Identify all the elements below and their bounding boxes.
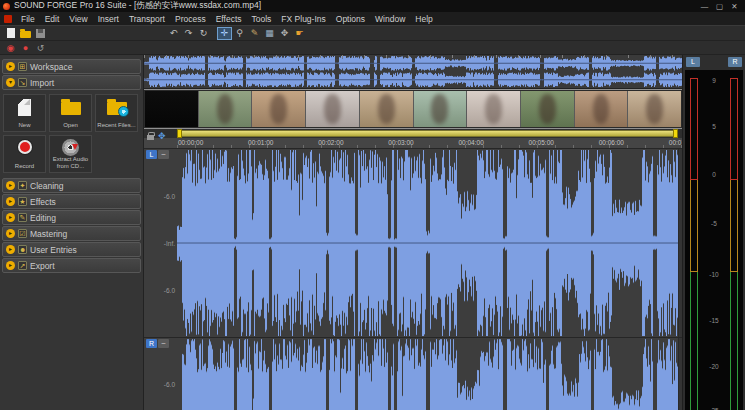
sidebar-section-import[interactable]: ▾ ↘ Import [2,75,141,90]
section-icon: ★ [18,197,27,206]
record-options-button[interactable]: ◉ [3,41,18,54]
waveform-left-canvas[interactable] [177,149,678,337]
import-new-button[interactable]: New [3,94,46,132]
meter-scale-label: -5 [685,219,743,226]
menu-item[interactable]: Edit [40,14,65,24]
tile-label: Record [14,163,35,170]
close-button[interactable]: ✕ [727,2,742,11]
waveform-channels: L – -6.0 -Inf. -6.0 R – [144,149,682,410]
section-icon: ↘ [18,78,27,87]
meter-scale-label: 5 [685,122,743,129]
sidebar-section-user-entries[interactable]: ▸ ☻ User Entries [2,242,141,257]
menu-item[interactable]: View [64,14,92,24]
waveform-right-canvas[interactable] [177,338,678,410]
channel-right-button[interactable]: R [146,339,157,348]
video-frame-thumbnail [628,91,681,127]
sidebar-section-export[interactable]: ▸ ↗ Export [2,258,141,273]
record-button[interactable]: ● [18,41,33,54]
meter-scale-label: 9 [685,76,743,83]
tile-icon [107,102,127,115]
new-file-button[interactable] [3,27,18,40]
sidebar-section-workspace[interactable]: ▸ ⊞ Workspace [2,59,141,74]
loop-region[interactable] [177,130,678,137]
channel-right: R – -6.0 -Inf. -6.0 [144,338,682,410]
save-button[interactable] [33,27,48,40]
overview-bar[interactable] [144,55,682,89]
import-actions-grid: New Open Recent Files... Record [0,91,143,177]
section-icon: ✦ [18,181,27,190]
meter-display: 950-5-10-15-20-25-30-35-40-50-70 LR [685,70,743,410]
channel-meters-panel: LR 950-5-10-15-20-25-30-35-40-50-70 LR [682,55,745,410]
channel-right-minimize-button[interactable]: – [158,339,169,348]
toolbar-icon [36,29,45,38]
menu-item[interactable]: FX Plug-Ins [276,14,330,24]
import-record-button[interactable]: Record [3,135,46,173]
channel-left-minimize-button[interactable]: – [158,150,169,159]
repeat-button[interactable]: ↻ [196,27,211,40]
window-controls: —▢✕ [697,2,742,11]
loop-start-handle[interactable] [177,129,182,138]
meter-scale-label: -20 [685,362,743,369]
time-ruler-label: 00:07:00 [669,139,682,146]
envelope-tool-button[interactable]: ▦ [262,27,277,40]
import-open-button[interactable]: Open [49,94,92,132]
loop-region-bar: ✥ [144,129,682,138]
magnify-tool-button[interactable]: ⚲ [232,27,247,40]
time-ruler-labels[interactable]: 00:00:0000:01:0000:02:0000:03:0000:04:00… [177,138,682,148]
maximize-button[interactable]: ▢ [712,2,727,11]
sidebar-section-cleaning[interactable]: ▸ ✦ Cleaning [2,178,141,193]
tile-label: New [17,122,31,129]
edit-tool-button[interactable]: ✛ [217,27,232,40]
time-ruler[interactable]: 00:00:0000:01:0000:02:0000:03:0000:04:00… [144,138,682,149]
channel-left-button[interactable]: L [146,150,157,159]
section-label: Import [30,78,54,88]
section-label: Cleaning [30,181,64,191]
lock-icon[interactable] [147,135,154,140]
app-icon [3,3,10,10]
video-frame-thumbnail [306,91,360,127]
open-button[interactable] [18,27,33,40]
menu-item[interactable]: Insert [93,14,124,24]
loop-playback-button[interactable]: ↺ [33,41,48,54]
pencil-tool-button[interactable]: ✎ [247,27,262,40]
video-frame-thumbnail [199,91,253,127]
meter-channel-button[interactable]: R [728,57,742,67]
loop-end-handle[interactable] [673,129,678,138]
section-icon: ☑ [18,229,27,238]
menu-item[interactable]: File [16,14,40,24]
menu-item[interactable]: Window [370,14,410,24]
undo-button[interactable]: ↶ [166,27,181,40]
tile-label: Open [62,122,79,129]
menu-item[interactable]: Transport [124,14,170,24]
section-label: User Entries [30,245,77,255]
sidebar-section-effects[interactable]: ▸ ★ Effects [2,194,141,209]
sound-forge-window: SOUND FORGE Pro 16 Suite - [伤感的安详www.ssd… [0,0,745,410]
chevron-icon: ▸ [6,62,15,71]
time-ruler-label: 00:01:00 [248,139,273,146]
right-edge-strip [678,338,682,410]
event-tool-button[interactable]: ✥ [277,27,292,40]
document-icon [4,15,12,23]
overview-waveform-canvas[interactable] [144,55,682,88]
menu-item[interactable]: Tools [247,14,277,24]
redo-button[interactable]: ↷ [181,27,196,40]
sidebar-section-editing[interactable]: ▸ ✎ Editing [2,210,141,225]
import-extract-cd-button[interactable]: Extract Audio from CD... [49,135,92,173]
channel-left: L – -6.0 -Inf. -6.0 [144,149,682,338]
menu-item[interactable]: Help [410,14,437,24]
hand-tool-button[interactable]: ☛ [292,27,307,40]
loop-region-track[interactable] [177,129,678,138]
video-frame-thumbnail [252,91,306,127]
minimize-button[interactable]: — [697,2,712,11]
sidebar-section-mastering[interactable]: ▸ ☑ Mastering [2,226,141,241]
menu-item[interactable]: Process [170,14,211,24]
move-icon[interactable]: ✥ [158,132,166,141]
main-content: ▸ ⊞ Workspace ▾ ↘ Import New [0,54,745,410]
menu-item[interactable]: Options [331,14,370,24]
menu-item[interactable]: Effects [211,14,247,24]
meter-channel-button[interactable]: L [686,57,700,67]
record-toolbar: ◉●↺ [0,40,745,54]
import-recent-files-button[interactable]: Recent Files... [95,94,138,132]
video-frame-thumbnail [145,91,199,127]
video-preview-strip [144,89,682,129]
